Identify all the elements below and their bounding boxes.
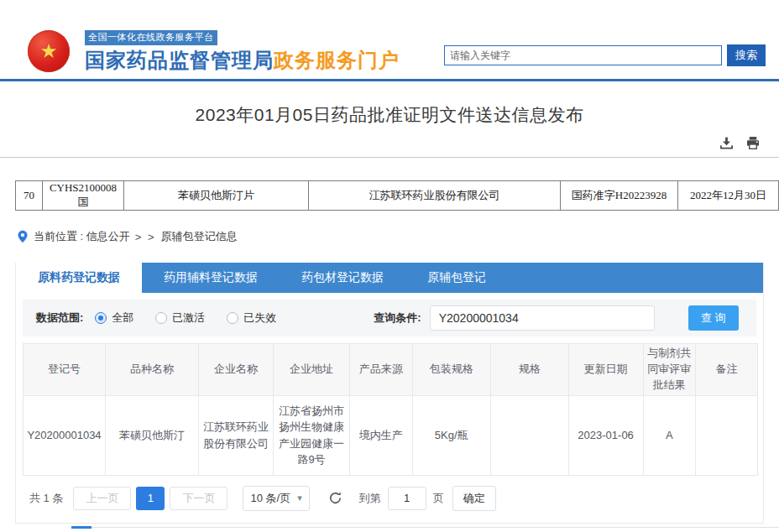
radio-unchecked-icon[interactable] [155, 312, 167, 324]
breadcrumb-separator: > > [135, 231, 156, 243]
scope-radio-group: 全部 已激活 已失效 [95, 310, 276, 326]
col-product-source: 产品来源 [349, 344, 412, 396]
col-spec: 规格 [490, 344, 568, 396]
table-row: 70 CYHS2100008国 苯磺贝他斯汀片 江苏联环药业股份有限公司 国药准… [16, 181, 779, 211]
page-number-button[interactable]: 1 [136, 487, 165, 510]
row-index: 70 [16, 181, 43, 211]
pagination: 共 1 条 上一页 1 下一页 10 条/页 ▾ 到第 页 确定 [29, 486, 756, 511]
goto-page-label: 到第 [359, 491, 381, 506]
tab-raw-material-data[interactable]: 原料药登记数据 [16, 263, 142, 293]
col-package-spec: 包装规格 [412, 344, 490, 396]
cell-package-spec: 5Kg/瓶 [412, 395, 490, 475]
header-search: 搜索 [444, 44, 766, 66]
document-actions [0, 133, 779, 152]
radio-checked-icon[interactable] [95, 312, 107, 324]
table-row: Y20200001034 苯磺贝他斯汀 江苏联环药业股份有限公司 江苏省扬州市扬… [24, 395, 758, 475]
radio-activated[interactable]: 已激活 [155, 310, 205, 326]
approval-date: 2022年12月30日 [678, 181, 779, 211]
query-button[interactable]: 查 询 [688, 305, 739, 331]
brand: ★ 全国一体化在线政务服务平台 国家药品监督管理局政务服务门户 [28, 29, 400, 74]
next-page-button[interactable]: 下一页 [170, 487, 227, 510]
download-icon[interactable] [719, 136, 734, 150]
goto-page-input[interactable] [388, 487, 426, 510]
location-pin-icon [17, 230, 29, 243]
page-size-select[interactable]: 10 条/页 ▾ [243, 486, 309, 511]
company-name: 江苏联环药业股份有限公司 [309, 181, 561, 211]
site-title: 国家药品监督管理局政务服务门户 [85, 47, 400, 74]
breadcrumb-prefix[interactable]: 当前位置 : 信息公开 [34, 229, 130, 244]
radio-expired[interactable]: 已失效 [227, 310, 276, 326]
print-icon[interactable] [745, 136, 761, 150]
tab-bar: 原料药登记数据 药用辅料登记数据 药包材登记数据 原辅包登记 [16, 263, 763, 293]
query-input[interactable] [430, 305, 655, 331]
cell-variety-name: 苯磺贝他斯汀 [106, 395, 199, 475]
col-update-date: 更新日期 [568, 344, 643, 396]
scope-label: 数据范围: [36, 310, 83, 326]
cell-update-date: 2023-01-06 [568, 395, 643, 475]
platform-badge: 全国一体化在线政务服务平台 [85, 30, 217, 45]
col-remarks: 备注 [696, 344, 758, 396]
notice-row-table: 70 CYHS2100008国 苯磺贝他斯汀片 江苏联环药业股份有限公司 国药准… [15, 180, 779, 211]
tab-packaging-data[interactable]: 药包材登记数据 [280, 263, 405, 293]
col-company-address: 企业地址 [274, 344, 350, 396]
tab-apie-registration[interactable]: 原辅包登记 [405, 263, 508, 293]
cell-joint-review-result: A [643, 395, 696, 475]
search-button[interactable]: 搜索 [727, 44, 766, 66]
national-emblem-icon: ★ [28, 30, 70, 72]
col-company-name: 企业名称 [199, 344, 274, 396]
cell-spec [490, 395, 568, 475]
filter-bar: 数据范围: 全部 已激活 已失效 查询条件: 查 询 [23, 300, 756, 336]
portal-name: 政务服务门户 [274, 49, 400, 71]
radio-unchecked-icon[interactable] [227, 312, 238, 324]
page-title: 2023年01月05日药品批准证明文件送达信息发布 [0, 103, 779, 127]
cell-company-name: 江苏联环药业股份有限公司 [199, 395, 274, 475]
search-input[interactable] [444, 45, 722, 65]
col-joint-review-result: 与制剂共同审评审批结果 [643, 344, 696, 396]
refresh-icon[interactable] [328, 491, 342, 505]
breadcrumb: 当前位置 : 信息公开 > > 原辅包登记信息 [17, 229, 779, 244]
confirm-button[interactable]: 确定 [452, 486, 496, 511]
total-count: 共 1 条 [29, 491, 63, 506]
cell-remarks [696, 395, 758, 475]
col-registration-no: 登记号 [24, 344, 106, 396]
org-name: 国家药品监督管理局 [85, 49, 274, 71]
results-header-row: 登记号 品种名称 企业名称 企业地址 产品来源 包装规格 规格 更新日期 与制剂… [24, 344, 758, 396]
cell-registration-no: Y20200001034 [24, 395, 106, 475]
goto-page-suffix: 页 [433, 491, 444, 506]
acceptance-number: CYHS2100008国 [43, 181, 124, 211]
title-divider [0, 157, 779, 158]
chevron-down-icon: ▾ [297, 493, 302, 503]
cell-company-address: 江苏省扬州市扬州生物健康产业园健康一路9号 [274, 395, 350, 475]
site-header: ★ 全国一体化在线政务服务平台 国家药品监督管理局政务服务门户 搜索 [0, 0, 779, 81]
registration-panel: 原料药登记数据 药用辅料登记数据 药包材登记数据 原辅包登记 数据范围: 全部 … [15, 263, 764, 524]
query-condition-label: 查询条件: [374, 310, 421, 326]
prev-page-button[interactable]: 上一页 [73, 487, 131, 510]
results-table: 登记号 品种名称 企业名称 企业地址 产品来源 包装规格 规格 更新日期 与制剂… [23, 343, 758, 476]
bottom-section-divider [71, 527, 779, 529]
breadcrumb-current[interactable]: 原辅包登记信息 [161, 229, 238, 244]
col-variety-name: 品种名称 [106, 344, 199, 396]
cell-product-source: 境内生产 [349, 395, 412, 475]
product-name: 苯磺贝他斯汀片 [124, 181, 309, 211]
approval-number: 国药准字H20223928 [561, 181, 678, 211]
radio-all[interactable]: 全部 [95, 310, 133, 326]
tab-excipient-data[interactable]: 药用辅料登记数据 [142, 263, 280, 293]
